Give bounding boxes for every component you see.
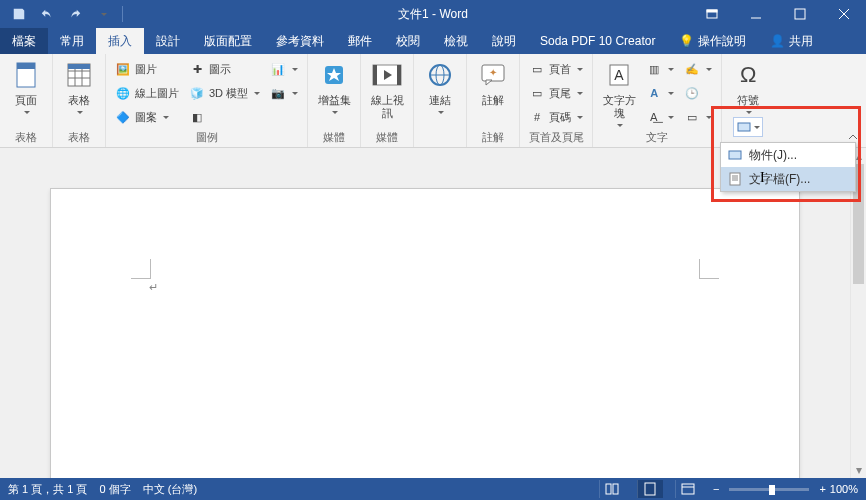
view-print-layout-button[interactable] bbox=[637, 480, 663, 498]
group-addins: 增益集 媒體 bbox=[308, 54, 361, 147]
pagenum-label: 頁碼 bbox=[549, 110, 571, 125]
chart-icon: 📊 bbox=[270, 61, 286, 77]
group-tables-label: 表格 bbox=[68, 128, 90, 145]
table-button[interactable]: 表格 bbox=[59, 58, 99, 115]
view-web-layout-button[interactable] bbox=[675, 480, 701, 498]
group-comments: ✦ 註解 註解 bbox=[467, 54, 520, 147]
addins-button[interactable]: 增益集 bbox=[314, 58, 354, 115]
object-split-button[interactable] bbox=[733, 117, 763, 137]
textbox-button[interactable]: A 文字方塊 bbox=[599, 58, 639, 128]
wordart-icon: A bbox=[646, 85, 662, 101]
footer-button[interactable]: ▭頁尾 bbox=[526, 82, 586, 104]
group-tables: 表格 表格 bbox=[53, 54, 106, 147]
tell-me[interactable]: 💡操作說明 bbox=[667, 28, 758, 54]
chart-button[interactable]: 📊 bbox=[267, 58, 301, 80]
group-media-label: 媒體 bbox=[376, 128, 398, 145]
ribbon-display-button[interactable] bbox=[690, 0, 734, 28]
table-label: 表格 bbox=[68, 94, 90, 107]
title-bar: 文件1 - Word bbox=[0, 0, 866, 28]
svg-text:✦: ✦ bbox=[489, 67, 497, 78]
header-button[interactable]: ▭頁首 bbox=[526, 58, 586, 80]
svg-rect-28 bbox=[729, 151, 741, 159]
link-icon bbox=[427, 58, 453, 92]
scroll-down-button[interactable]: ▾ bbox=[851, 462, 866, 478]
3d-models-button[interactable]: 🧊3D 模型 bbox=[186, 82, 263, 104]
comment-button[interactable]: ✦ 註解 bbox=[473, 58, 513, 107]
tab-soda-pdf[interactable]: Soda PDF 10 Creator bbox=[528, 28, 667, 54]
status-words[interactable]: 0 個字 bbox=[99, 482, 130, 497]
addins-label: 增益集 bbox=[318, 94, 351, 107]
cube-icon: 🧊 bbox=[189, 85, 205, 101]
maximize-button[interactable] bbox=[778, 0, 822, 28]
view-read-mode-button[interactable] bbox=[599, 480, 625, 498]
object-menu-icon bbox=[727, 147, 743, 163]
online-video-button[interactable]: 線上視訊 bbox=[367, 58, 407, 120]
tab-references[interactable]: 參考資料 bbox=[264, 28, 336, 54]
pages-label: 頁面 bbox=[15, 94, 37, 107]
tab-design[interactable]: 設計 bbox=[144, 28, 192, 54]
margin-corner-tl bbox=[131, 259, 151, 279]
document-area[interactable]: ↵ bbox=[0, 148, 850, 478]
tab-help[interactable]: 說明 bbox=[480, 28, 528, 54]
group-illustrations: 🖼️圖片 🌐線上圖片 🔷圖案 ✚圖示 🧊3D 模型 ◧ 📊 📷 圖例 bbox=[106, 54, 308, 147]
svg-rect-13 bbox=[68, 64, 90, 69]
dropcap-icon: A͟ bbox=[646, 109, 662, 125]
tell-me-label: 操作說明 bbox=[698, 33, 746, 50]
status-page[interactable]: 第 1 頁，共 1 頁 bbox=[8, 482, 87, 497]
shapes-label: 圖案 bbox=[135, 110, 157, 125]
group-text: A 文字方塊 ▥ A A͟ ✍ 🕒 ▭ 文字 bbox=[593, 54, 722, 147]
group-illustrations-label: 圖例 bbox=[196, 128, 218, 145]
minimize-button[interactable] bbox=[734, 0, 778, 28]
group-text-label: 文字 bbox=[646, 128, 668, 145]
zoom-in-button[interactable]: + bbox=[819, 483, 825, 495]
svg-text:A: A bbox=[614, 67, 624, 83]
page[interactable]: ↵ bbox=[50, 188, 800, 478]
wordart-button[interactable]: A bbox=[643, 82, 677, 104]
pictures-button[interactable]: 🖼️圖片 bbox=[112, 58, 182, 80]
tab-home[interactable]: 常用 bbox=[48, 28, 96, 54]
svg-rect-16 bbox=[373, 65, 377, 85]
page-number-button[interactable]: #頁碼 bbox=[526, 106, 586, 128]
zoom-slider[interactable] bbox=[729, 488, 809, 491]
tab-file[interactable]: 檔案 bbox=[0, 28, 48, 54]
status-language[interactable]: 中文 (台灣) bbox=[143, 482, 197, 497]
scroll-track[interactable] bbox=[851, 164, 866, 462]
tab-view[interactable]: 檢視 bbox=[432, 28, 480, 54]
share-button[interactable]: 👤共用 bbox=[758, 28, 825, 54]
save-button[interactable] bbox=[8, 3, 30, 25]
comment-label: 註解 bbox=[482, 94, 504, 107]
zoom-slider-thumb[interactable] bbox=[769, 485, 775, 495]
status-bar: 第 1 頁，共 1 頁 0 個字 中文 (台灣) − + 100% bbox=[0, 478, 866, 500]
undo-button[interactable] bbox=[36, 3, 58, 25]
vertical-scrollbar[interactable]: ▴ ▾ bbox=[850, 148, 866, 478]
online-pictures-button[interactable]: 🌐線上圖片 bbox=[112, 82, 182, 104]
object-button[interactable]: ▭ bbox=[681, 106, 715, 128]
icons-icon: ✚ bbox=[189, 61, 205, 77]
date-time-button[interactable]: 🕒 bbox=[681, 82, 715, 104]
footer-icon: ▭ bbox=[529, 85, 545, 101]
svg-rect-27 bbox=[738, 123, 750, 131]
icons-button[interactable]: ✚圖示 bbox=[186, 58, 263, 80]
zoom-out-button[interactable]: − bbox=[713, 483, 719, 495]
menu-item-object[interactable]: 物件(J)... bbox=[721, 143, 855, 167]
qat-customize-button[interactable] bbox=[92, 3, 114, 25]
tab-mailings[interactable]: 郵件 bbox=[336, 28, 384, 54]
tab-insert[interactable]: 插入 bbox=[96, 28, 144, 54]
quick-parts-button[interactable]: ▥ bbox=[643, 58, 677, 80]
text-cursor-indicator: I bbox=[760, 170, 765, 186]
pages-button[interactable]: 頁面 bbox=[6, 58, 46, 115]
links-button[interactable]: 連結 bbox=[420, 58, 460, 115]
tab-review[interactable]: 校閱 bbox=[384, 28, 432, 54]
zoom-level[interactable]: 100% bbox=[830, 483, 858, 495]
screenshot-button[interactable]: 📷 bbox=[267, 82, 301, 104]
tab-layout[interactable]: 版面配置 bbox=[192, 28, 264, 54]
menu-item-text-from-file[interactable]: 文字檔(F)... bbox=[721, 167, 855, 191]
symbol-button[interactable]: Ω 符號 bbox=[728, 58, 768, 115]
signature-button[interactable]: ✍ bbox=[681, 58, 715, 80]
shapes-button[interactable]: 🔷圖案 bbox=[112, 106, 182, 128]
drop-cap-button[interactable]: A͟ bbox=[643, 106, 677, 128]
smartart-button[interactable]: ◧ bbox=[186, 106, 263, 128]
close-button[interactable] bbox=[822, 0, 866, 28]
redo-button[interactable] bbox=[64, 3, 86, 25]
video-label: 線上視訊 bbox=[367, 94, 407, 120]
